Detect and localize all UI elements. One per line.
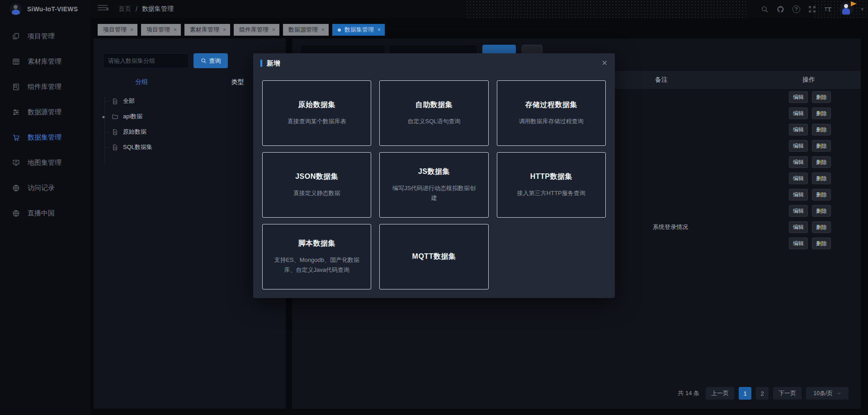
pagination-total: 共 14 条 bbox=[678, 389, 699, 397]
delete-button[interactable]: 删除 bbox=[812, 221, 831, 233]
breadcrumb: 首页 / 数据集管理 bbox=[118, 0, 174, 18]
fullscreen-icon[interactable] bbox=[808, 5, 816, 13]
modal-title: 新增 bbox=[267, 59, 280, 68]
prev-page-button[interactable]: 上一页 bbox=[706, 387, 734, 400]
card-mqtt-dataset[interactable]: MQTT数据集 bbox=[379, 224, 488, 289]
delete-button[interactable]: 删除 bbox=[812, 91, 831, 103]
sidebar-item-label: 数据集管理 bbox=[28, 133, 61, 142]
tab-close-icon[interactable]: × bbox=[130, 27, 133, 33]
edit-button[interactable]: 编辑 bbox=[789, 221, 808, 233]
globe-icon bbox=[12, 210, 20, 217]
tab-datasource-management[interactable]: 数据源管理 × bbox=[283, 24, 329, 36]
remark-cell bbox=[625, 203, 716, 219]
tab-label: 组件库管理 bbox=[239, 26, 269, 34]
caret-down-icon[interactable]: ▾ bbox=[861, 6, 863, 12]
font-size-icon[interactable]: TT bbox=[824, 5, 832, 13]
group-search-input[interactable] bbox=[103, 53, 189, 68]
edit-button[interactable]: 编辑 bbox=[789, 238, 808, 249]
card-desc: 直接定义静态数据 bbox=[293, 188, 340, 198]
card-self-service-dataset[interactable]: 自助数据集 自定义SQL语句查询 bbox=[379, 80, 488, 146]
card-title: 存储过程数据集 bbox=[525, 100, 578, 110]
active-tab-dot bbox=[338, 28, 341, 32]
remark-cell bbox=[625, 89, 716, 105]
tree-node-label: 原始数据 bbox=[123, 128, 146, 136]
file-icon bbox=[112, 144, 118, 151]
tab-component-library[interactable]: 组件库管理 × bbox=[234, 24, 279, 36]
tab-dataset-management[interactable]: 数据集管理 × bbox=[332, 24, 385, 36]
tab-close-icon[interactable]: × bbox=[223, 27, 226, 33]
next-page-button[interactable]: 下一页 bbox=[773, 387, 802, 400]
tab-close-icon[interactable]: × bbox=[174, 27, 177, 33]
card-http-dataset[interactable]: HTTP数据集 接入第三方HTTP服务查询 bbox=[497, 152, 606, 218]
delete-button[interactable]: 删除 bbox=[812, 124, 831, 135]
modal-header: 新增 ✕ bbox=[253, 53, 615, 73]
sidebar-item-datasource-management[interactable]: 数据源管理 bbox=[0, 99, 90, 125]
card-stored-procedure-dataset[interactable]: 存储过程数据集 调用数据库存储过程查询 bbox=[497, 80, 606, 146]
remark-cell bbox=[625, 187, 716, 203]
table-icon bbox=[12, 58, 20, 65]
expand-caret-icon[interactable]: ▸ bbox=[103, 114, 105, 120]
page-size-select[interactable]: 10条/页 bbox=[806, 387, 849, 400]
sidebar-item-dataset-management[interactable]: 数据集管理 bbox=[0, 125, 90, 150]
delete-button[interactable]: 删除 bbox=[812, 107, 831, 119]
card-json-dataset[interactable]: JSON数据集 直接定义静态数据 bbox=[262, 152, 371, 218]
edit-button[interactable]: 编辑 bbox=[789, 205, 808, 217]
tab-label: 项目管理 bbox=[103, 26, 127, 34]
menu-fold-icon[interactable] bbox=[98, 5, 108, 13]
column-header-remark: 备注 bbox=[634, 71, 689, 89]
delete-button[interactable]: 删除 bbox=[812, 140, 831, 152]
delete-button[interactable]: 删除 bbox=[812, 173, 831, 184]
edit-button[interactable]: 编辑 bbox=[789, 124, 808, 135]
sidebar-item-live-china[interactable]: 直播中国 bbox=[0, 201, 90, 226]
card-js-dataset[interactable]: JS数据集 编写JS代码进行动态模拟数据创建 bbox=[379, 152, 488, 218]
delete-button[interactable]: 删除 bbox=[812, 189, 831, 201]
avatar-flag-icon bbox=[851, 1, 857, 6]
card-desc: 调用数据库存储过程查询 bbox=[519, 117, 584, 126]
delete-button[interactable]: 删除 bbox=[812, 156, 831, 168]
open-tabs-bar: 项目管理 × 项目管理 × 素材库管理 × 组件库管理 × 数据源管理 × 数据… bbox=[90, 18, 868, 38]
tab-project-1[interactable]: 项目管理 × bbox=[98, 24, 137, 36]
file-icon bbox=[112, 98, 118, 105]
delete-button[interactable]: 删除 bbox=[812, 205, 831, 217]
sidebar-item-project-management[interactable]: 项目管理 bbox=[0, 23, 90, 49]
search-icon[interactable] bbox=[760, 5, 769, 13]
query-button[interactable]: 查询 bbox=[193, 53, 228, 68]
tab-project-2[interactable]: 项目管理 × bbox=[141, 24, 181, 36]
edit-button[interactable]: 编辑 bbox=[789, 156, 808, 168]
card-title: 脚本数据集 bbox=[298, 239, 335, 248]
tree-node-label: SQL数据集 bbox=[123, 143, 152, 151]
tab-close-icon[interactable]: × bbox=[377, 27, 381, 33]
edit-button[interactable]: 编辑 bbox=[789, 91, 808, 103]
sidebar: 项目管理 素材库管理 组件库管理 数据源管理 数据集管理 地图集管理 访问记录 bbox=[0, 18, 90, 415]
logo-area: SiWu-IoT-VIEWS bbox=[0, 0, 90, 18]
close-icon[interactable]: ✕ bbox=[602, 60, 608, 67]
sidebar-item-material-library[interactable]: 素材库管理 bbox=[0, 49, 90, 74]
remark-cell bbox=[625, 105, 716, 121]
sidebar-item-atlas-management[interactable]: 地图集管理 bbox=[0, 150, 90, 175]
delete-button[interactable]: 删除 bbox=[812, 238, 831, 249]
edit-button[interactable]: 编辑 bbox=[789, 140, 808, 152]
page-button-1[interactable]: 1 bbox=[739, 387, 751, 400]
tab-close-icon[interactable]: × bbox=[321, 27, 325, 33]
component-icon bbox=[12, 83, 20, 91]
edit-button[interactable]: 编辑 bbox=[789, 173, 808, 184]
tab-material-library[interactable]: 素材库管理 × bbox=[184, 24, 230, 36]
card-desc: 支持ES、Mongodb、国产化数据库、自定义Java代码查询 bbox=[273, 255, 361, 275]
sidebar-item-component-library[interactable]: 组件库管理 bbox=[0, 74, 90, 99]
user-avatar[interactable] bbox=[840, 2, 853, 16]
breadcrumb-home[interactable]: 首页 bbox=[118, 5, 131, 13]
folder-icon bbox=[112, 113, 118, 120]
sidebar-item-access-records[interactable]: 访问记录 bbox=[0, 175, 90, 201]
github-icon[interactable] bbox=[776, 5, 784, 13]
tab-close-icon[interactable]: × bbox=[272, 27, 275, 33]
edit-button[interactable]: 编辑 bbox=[789, 107, 808, 119]
cart-icon bbox=[12, 134, 20, 141]
help-icon[interactable]: ? bbox=[792, 5, 800, 13]
card-script-dataset[interactable]: 脚本数据集 支持ES、Mongodb、国产化数据库、自定义Java代码查询 bbox=[262, 224, 371, 289]
card-original-dataset[interactable]: 原始数据集 直接查询某个数据库表 bbox=[262, 80, 371, 146]
edit-button[interactable]: 编辑 bbox=[789, 189, 808, 201]
presentation-icon bbox=[12, 159, 20, 167]
sidebar-item-label: 直播中国 bbox=[28, 209, 55, 218]
page-button-2[interactable]: 2 bbox=[756, 387, 769, 400]
tab-group[interactable]: 分组 bbox=[94, 75, 190, 89]
